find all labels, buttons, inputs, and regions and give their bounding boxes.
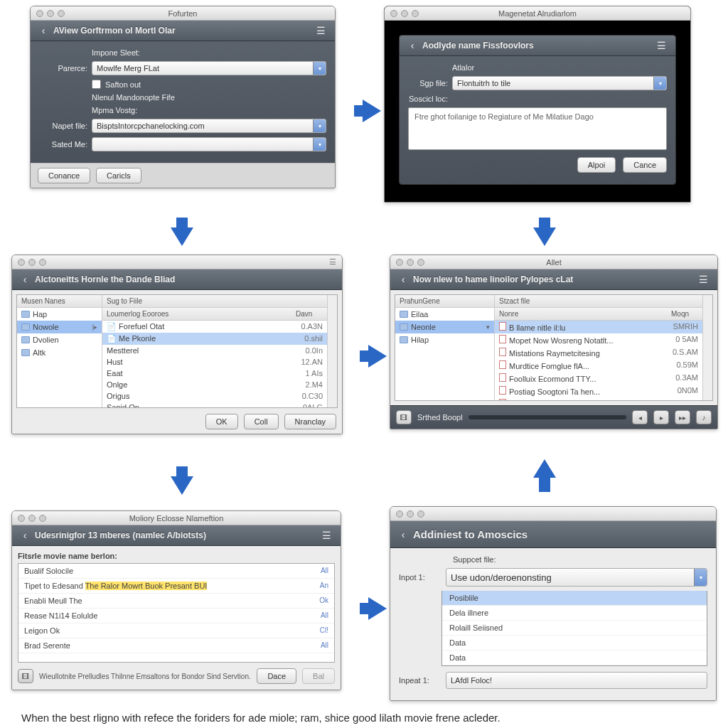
volume-button[interactable]: ♪ [696,410,712,424]
back-icon[interactable]: ‹ [407,40,418,51]
list-item[interactable]: Tipet to Edesand The Ralor Mowrt Buok Pr… [18,579,334,594]
sidebar-item[interactable]: Altk [17,346,102,359]
dropdown-option[interactable]: Rolaill Seiisned [442,621,707,636]
traffic-lights[interactable] [396,510,424,518]
zoom-icon[interactable] [58,10,65,17]
description-textarea[interactable]: Ftre ghot foilanige to Regiature of Me M… [408,107,667,150]
chevron-down-icon[interactable]: ▾ [313,62,326,75]
minimize-icon[interactable] [407,259,414,266]
sep-select[interactable]: Flontuitrh to tile ▾ [452,76,667,90]
table-row[interactable]: 📄 Forefuel Otat0.A3N [102,321,327,333]
progress-track[interactable] [469,415,626,419]
table-row[interactable]: Eaat1 AIs [102,368,327,379]
scrollbar[interactable] [702,295,712,400]
zoom-icon[interactable] [39,515,46,522]
dropdown-list[interactable]: PosiblileDela illnereRolaill SeiisnedDat… [441,591,707,666]
table-row[interactable]: 📄 Me Pkonle0.shil [102,333,327,345]
panel1-titlebar[interactable]: Fofurten [31,6,335,21]
sidebar-item[interactable]: Hilap [395,333,494,346]
list-item[interactable]: Enabli Meull TheOk [18,594,334,609]
table-row[interactable]: Mistations Raymetcitesing0.S.AM [495,346,702,359]
sidebar-item[interactable]: Neonle▾ [395,321,494,333]
napet-select[interactable]: BisptsIntorcpchanelocking.com ▾ [92,119,326,133]
table-row[interactable]: Mestterel0.0In [102,345,327,356]
cancel-button[interactable]: Cance [623,157,667,173]
sidebar-item[interactable]: Eilaa [395,308,494,321]
traffic-lights[interactable] [18,259,46,266]
col-support[interactable]: Sug to Fiile [102,295,327,307]
zoom-icon[interactable] [412,10,419,17]
list-item[interactable]: Rease N1i14 EoluldeAll [18,609,334,623]
new-button[interactable]: Nranclay [284,414,336,429]
chevron-down-icon[interactable]: ▾ [694,569,707,586]
zoom-icon[interactable] [39,259,46,266]
input2-field[interactable]: LAfdl Foloc! [446,672,707,689]
menu-icon[interactable]: ☰ [696,274,710,284]
preference-select[interactable]: Mowlfe Merg FLat ▾ [92,61,326,75]
close-icon[interactable] [396,259,403,266]
bal-button[interactable]: Bal [302,668,335,684]
dropdown-option[interactable]: Posiblile [442,591,707,606]
chevron-down-icon[interactable]: ▾ [313,119,326,132]
col-support[interactable]: Stzact file [495,295,702,307]
table-row[interactable]: Sanid On0AI.G [102,402,327,407]
back-icon[interactable]: ‹ [397,529,409,540]
table-row[interactable]: Origus0.C30 [102,390,327,402]
sidebar-item[interactable]: Dvolien [17,333,102,346]
chevron-down-icon[interactable]: ▾ [313,138,326,151]
col-name[interactable]: Nonre [495,308,667,320]
table-row[interactable]: Postiag Soogtoni Ta hen...0N0M [495,385,702,397]
table-row[interactable]: Foolluix Ecormond TTY...0.3AM [495,372,702,385]
list-item[interactable]: Bualif SolocileAll [18,564,334,579]
zoom-icon[interactable] [417,510,424,518]
panel6-titlebar[interactable] [390,507,716,521]
list-item[interactable]: Leigon OkCl! [18,623,334,638]
traffic-lights[interactable] [390,10,419,17]
panel4-titlebar[interactable]: Allet [390,255,717,269]
col-name[interactable]: Loumerlog Eooroes [102,308,291,320]
cancel-button[interactable]: Caricls [96,168,141,183]
table-row[interactable]: B llame nitle il:luSMRIH [495,321,702,333]
list-item[interactable]: Brad SerenteAll [18,638,334,653]
table-row[interactable]: Poeflog hot ultante feie ...0.8AM [495,397,702,400]
table-row[interactable]: Mopet Now Wosreng Notatlt...0 5AM [495,333,702,346]
panel3-titlebar[interactable]: ☰ [12,255,342,269]
close-icon[interactable] [396,510,403,518]
panel4-rows[interactable]: B llame nitle il:luSMRIHMopet Now Wosren… [495,321,702,400]
apply-button[interactable]: Alpoi [577,157,616,173]
prev-button[interactable]: ◂ [632,410,648,424]
col-button[interactable]: Coll [244,414,279,429]
panel2-titlebar[interactable]: Magenetat Alrudiarlom [385,6,690,21]
option-checkbox[interactable] [92,80,101,89]
back-icon[interactable]: ‹ [397,274,409,285]
panel5-titlebar[interactable]: Moliory Eclosse Nlameftion [12,511,341,525]
close-icon[interactable] [18,515,25,522]
date-button[interactable]: Dace [257,668,296,684]
table-row[interactable]: Murdtice Fomglue flA...0.59M [495,359,702,372]
menu-icon[interactable]: ☰ [329,257,336,267]
zoom-icon[interactable] [417,259,424,266]
play-button[interactable]: ▸ [653,410,669,424]
menu-icon[interactable]: ☰ [319,530,333,540]
col-mean[interactable]: Moqn [667,308,702,320]
back-icon[interactable]: ‹ [38,25,49,36]
dropdown-option[interactable]: Dela illnere [442,606,707,621]
table-row[interactable]: Hust12.AN [102,356,327,368]
dropdown-option[interactable]: Data [442,636,707,651]
close-icon[interactable] [18,259,25,266]
scrollbar[interactable] [327,295,337,407]
sidebar-item[interactable]: Nowole|▸ [17,321,102,333]
sidebar-item[interactable]: Hap [17,308,102,321]
ok-button[interactable]: OK [205,414,238,429]
col-date[interactable]: Davn [291,308,327,320]
table-row[interactable]: Onlge2.M4 [102,379,327,390]
traffic-lights[interactable] [396,259,424,266]
chevron-down-icon[interactable]: ▾ [653,77,666,90]
traffic-lights[interactable] [18,515,46,522]
sated-select[interactable]: ▾ [92,137,326,151]
panel3-rows[interactable]: 📄 Forefuel Otat0.A3N📄 Me Pkonle0.shilMes… [102,321,327,407]
traffic-lights[interactable] [36,10,65,17]
panel5-list[interactable]: Bualif SolocileAllTipet to Edesand The R… [18,563,335,663]
confirm-button[interactable]: Conance [38,168,90,183]
minimize-icon[interactable] [401,10,408,17]
